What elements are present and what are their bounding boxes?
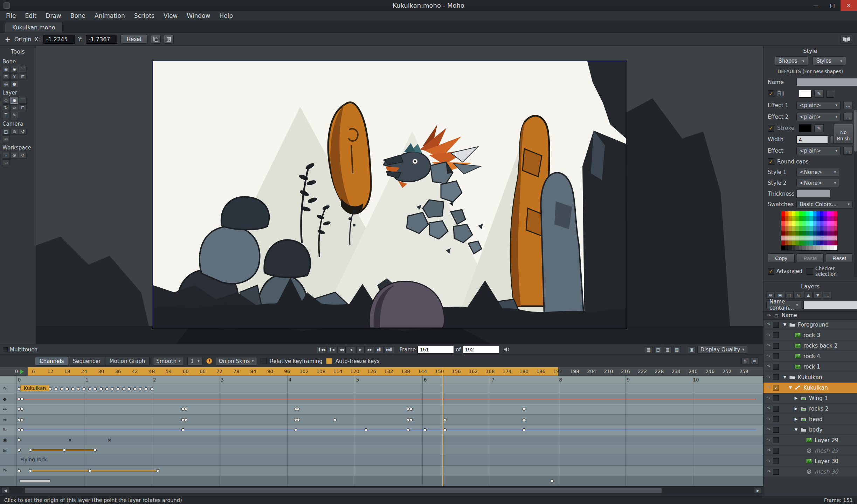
color-swatch-cell[interactable] [820, 236, 823, 240]
menu-help[interactable]: Help [215, 12, 237, 19]
color-swatch-cell[interactable] [795, 226, 799, 231]
quality-wireframe-icon[interactable]: ▦ [645, 346, 652, 353]
timeline-track[interactable]: ↷Kukulkan [0, 384, 763, 394]
style2-dropdown[interactable]: <None>▾ [796, 179, 839, 187]
layer-row-body[interactable]: ↷▼body [763, 425, 857, 435]
layer-row-kukulkan[interactable]: ↷✓▼Kukulkan [763, 383, 857, 393]
color-swatch-cell[interactable] [820, 221, 823, 226]
menu-edit[interactable]: Edit [20, 12, 41, 19]
timeline-tab-motion-graph[interactable]: Motion Graph [105, 357, 150, 365]
keyframe-dot[interactable] [156, 469, 159, 472]
color-swatch-cell[interactable] [813, 236, 816, 240]
color-swatch-cell[interactable] [813, 245, 816, 250]
color-swatch-cell[interactable] [834, 231, 837, 236]
expand-triangle-icon[interactable]: ▶ [794, 406, 799, 411]
delete-layer-icon[interactable]: ⊟ [795, 292, 803, 299]
color-swatch-cell[interactable] [781, 245, 785, 250]
expand-triangle-icon[interactable]: ▼ [782, 375, 787, 379]
color-swatch-cell[interactable] [827, 211, 830, 216]
keyframe-dot[interactable] [99, 387, 103, 391]
timeline-options-icon[interactable]: ≡ [751, 358, 758, 365]
keyframe-dot[interactable] [523, 418, 526, 421]
keyframe-dot[interactable] [184, 418, 187, 421]
set-origin-tool-icon[interactable]: ⊕ [11, 97, 18, 104]
color-swatch-cell[interactable] [827, 226, 830, 231]
menu-file[interactable]: File [1, 12, 20, 19]
maximize-button[interactable]: ▢ [824, 0, 841, 11]
color-swatch-cell[interactable] [785, 216, 788, 221]
color-swatch-cell[interactable] [795, 245, 799, 250]
scroll-left-icon[interactable]: ◀ [1, 487, 9, 493]
color-swatch-cell[interactable] [827, 245, 830, 250]
color-swatch-cell[interactable] [785, 245, 788, 250]
layer-row-wing-1[interactable]: ↷▶Wing 1 [763, 393, 857, 404]
layer-visibility-checkbox[interactable] [773, 427, 779, 433]
keyframe-dot[interactable] [410, 408, 413, 411]
color-swatch-cell[interactable] [788, 240, 792, 245]
channel-curve-icon[interactable]: ↷ [766, 396, 771, 401]
keyframe-dot[interactable] [139, 387, 142, 391]
color-swatch-cell[interactable] [813, 216, 816, 221]
color-swatch-cell[interactable] [806, 216, 809, 221]
layers-scrollbar-thumb[interactable] [854, 110, 857, 152]
thickness-input[interactable] [796, 190, 830, 198]
color-swatch-cell[interactable] [781, 221, 785, 226]
channel-curve-icon[interactable]: ↷ [766, 448, 771, 453]
style1-dropdown[interactable]: <None>▾ [796, 168, 839, 176]
color-swatch-cell[interactable] [802, 226, 806, 231]
color-swatch-cell[interactable] [785, 221, 788, 226]
keyframe-dot[interactable] [523, 428, 526, 431]
pan-tilt-camera-tool-icon[interactable]: ↔ [2, 135, 10, 142]
color-swatch-cell[interactable] [820, 240, 823, 245]
keyframe-dot[interactable] [18, 449, 21, 452]
color-swatch-cell[interactable] [799, 226, 802, 231]
color-swatch-cell[interactable] [799, 221, 802, 226]
layer-visibility-checkbox[interactable] [773, 374, 779, 380]
stroke-effect-dropdown[interactable]: <plain>▾ [796, 147, 841, 155]
color-swatch-cell[interactable] [813, 231, 816, 236]
timeline-track[interactable]: ◉×× [0, 435, 763, 445]
paste-layer-icon[interactable] [164, 35, 174, 44]
color-swatch-cell[interactable] [799, 231, 802, 236]
color-swatch-cell[interactable] [799, 240, 802, 245]
layer-row-foreground[interactable]: ↷▼Foreground [763, 320, 857, 330]
color-swatch-cell[interactable] [792, 226, 795, 231]
prev-keyframe-button[interactable]: ▌◀ [328, 346, 336, 353]
roll-camera-tool-icon[interactable]: ↺ [19, 128, 27, 135]
fill-pencil-icon[interactable]: ✎ [814, 90, 824, 98]
keyframe-dot[interactable] [145, 387, 148, 391]
color-swatch-cell[interactable] [785, 236, 788, 240]
timeline-track[interactable]: ⊞ [0, 445, 763, 455]
quality-preview-icon[interactable]: ▣ [688, 346, 696, 353]
jump-end-button[interactable]: ▶▶▌ [385, 346, 394, 353]
layer-row-rocks-2[interactable]: ↷▶rocks 2 [763, 404, 857, 414]
keyframe-dot[interactable] [523, 408, 526, 411]
layer-visibility-checkbox[interactable] [773, 322, 779, 328]
keyframe-dot[interactable] [333, 418, 337, 421]
layers-scrollbar[interactable] [854, 109, 857, 277]
color-swatch-cell[interactable] [813, 226, 816, 231]
zoom-workspace-tool-icon[interactable]: ⊙ [11, 152, 18, 159]
channel-curve-icon[interactable]: ↷ [766, 343, 771, 348]
stroke-pencil-icon[interactable]: ✎ [814, 124, 824, 132]
color-swatch-cell[interactable] [816, 231, 820, 236]
insert-text-tool-icon[interactable]: T [2, 112, 10, 118]
keyframe-dot[interactable] [150, 387, 153, 391]
color-swatch-cell[interactable] [813, 240, 816, 245]
timeline-seconds-ruler[interactable]: 012345678910 [0, 376, 763, 384]
bones-channel-icon[interactable]: ↷ [3, 386, 7, 392]
range-start-marker-icon[interactable] [20, 369, 24, 374]
more-options-icon[interactable]: … [823, 292, 831, 299]
layer-row-rock-4[interactable]: ↷rock 4 [763, 351, 857, 362]
effect2-more-button[interactable]: ... [843, 113, 853, 121]
color-swatch-cell[interactable] [788, 231, 792, 236]
color-swatch-cell[interactable] [809, 231, 813, 236]
layer-visibility-checkbox[interactable] [773, 395, 779, 401]
rotate-channel-icon[interactable]: ↻ [3, 427, 7, 433]
keyframe-dot[interactable] [54, 387, 57, 391]
timeline-zoom-icon[interactable]: ⇅ [741, 358, 749, 365]
timeline-track[interactable]: ↻ [0, 425, 763, 435]
new-folder-icon[interactable]: ▣ [776, 292, 784, 299]
channel-curve-icon[interactable]: ↷ [766, 322, 771, 327]
multitouch-checkbox[interactable] [3, 347, 8, 352]
